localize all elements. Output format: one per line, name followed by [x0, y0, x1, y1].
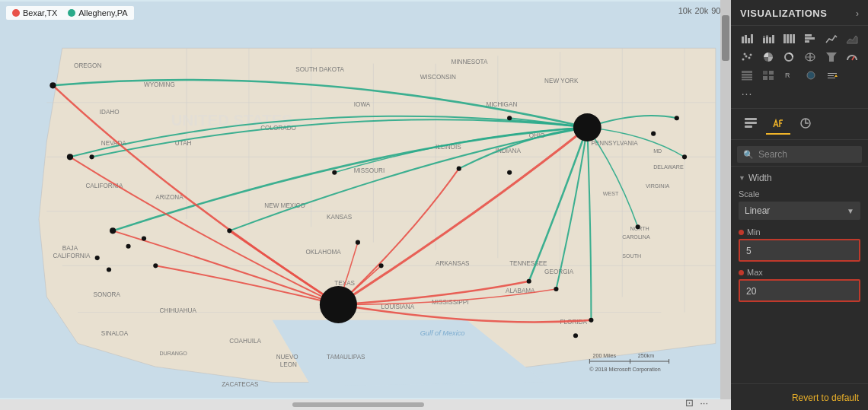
viz-map-icon[interactable]	[800, 49, 820, 65]
svg-point-67	[89, 154, 94, 159]
svg-rect-109	[787, 34, 789, 43]
svg-point-119	[749, 54, 752, 56]
tab-format[interactable]	[766, 113, 790, 135]
section-header-width[interactable]: ▼ Width	[739, 173, 860, 183]
search-input[interactable]	[758, 149, 856, 160]
max-input-wrapper	[739, 279, 860, 302]
legend-dot-allegheny	[68, 9, 75, 17]
min-input-wrapper	[739, 239, 860, 262]
svg-rect-99	[745, 35, 747, 43]
viz-table-icon[interactable]	[737, 67, 757, 84]
svg-text:OREGON: OREGON	[74, 62, 101, 69]
panel-header: VISUALIZATIONS ›	[731, 0, 868, 26]
viz-scatter-icon[interactable]	[737, 49, 757, 65]
viz-kpi-icon[interactable]	[822, 67, 842, 84]
right-panel: VISUALIZATIONS ›	[731, 0, 868, 410]
svg-point-83	[589, 318, 593, 323]
scale-select[interactable]: Linear Logarithmic Square root	[739, 202, 860, 220]
svg-point-70	[142, 237, 146, 241]
scale-select-wrapper: Linear Logarithmic Square root ▼	[739, 202, 860, 220]
min-label-row: Min	[739, 227, 860, 237]
legend-allegheny: Allegheny,PA	[68, 8, 127, 17]
viz-bar-icon[interactable]	[737, 30, 757, 47]
min-dot	[739, 230, 744, 235]
svg-text:WEST: WEST	[603, 191, 619, 197]
viz-stacked-bar-icon[interactable]	[758, 30, 778, 47]
svg-point-115	[742, 59, 744, 61]
svg-rect-102	[763, 38, 765, 43]
viz-donut-icon[interactable]	[779, 49, 799, 65]
svg-rect-114	[805, 40, 809, 43]
viz-100bar-icon[interactable]	[779, 30, 799, 47]
svg-text:WISCONSIN: WISCONSIN	[420, 74, 456, 81]
svg-text:CALIFORNIA: CALIFORNIA	[53, 253, 91, 259]
viz-gauge-icon[interactable]	[842, 49, 862, 65]
min-input[interactable]	[746, 246, 853, 256]
svg-text:ZACATECAS: ZACATECAS	[222, 381, 259, 388]
svg-rect-105	[766, 35, 768, 37]
expand-icon[interactable]: ⊡	[685, 397, 694, 408]
map-vscroll[interactable]	[720, 0, 731, 410]
svg-rect-136	[828, 75, 834, 76]
svg-rect-103	[763, 36, 765, 38]
viz-hbar-icon[interactable]	[800, 30, 820, 47]
map-bottom-bar: ⊡ ···	[0, 399, 731, 410]
viz-line-icon[interactable]	[822, 30, 841, 47]
viz-row-2	[737, 49, 862, 65]
svg-text:250km: 250km	[638, 353, 654, 359]
svg-point-65	[49, 82, 56, 88]
svg-rect-101	[751, 34, 753, 43]
svg-rect-111	[793, 34, 795, 43]
viz-card-icon[interactable]: R	[780, 67, 799, 84]
svg-text:MD: MD	[653, 148, 662, 154]
svg-rect-106	[769, 37, 771, 43]
tab-icons-row	[731, 109, 868, 140]
viz-pie-icon[interactable]	[758, 49, 778, 65]
max-input[interactable]	[746, 286, 853, 297]
search-container: 🔍	[731, 140, 868, 167]
tab-analytics[interactable]	[793, 113, 818, 135]
revert-to-default-button[interactable]: Revert to default	[792, 393, 859, 403]
svg-point-72	[95, 256, 100, 260]
svg-rect-129	[763, 71, 767, 75]
svg-point-85	[636, 224, 640, 229]
more-icon[interactable]: ···	[700, 397, 708, 408]
viz-funnel-icon[interactable]	[822, 49, 841, 65]
search-box: 🔍	[737, 146, 862, 163]
svg-text:NUEVO: NUEVO	[276, 354, 298, 361]
width-section: ▼ Width Scale Linear Logarithmic Square …	[731, 167, 868, 383]
viz-globe-icon[interactable]	[801, 67, 821, 84]
svg-text:BAJA: BAJA	[62, 245, 78, 252]
svg-rect-131	[763, 76, 767, 80]
svg-text:ALABAMA: ALABAMA	[506, 288, 535, 294]
svg-marker-138	[834, 75, 838, 77]
scale-20k: 20k	[695, 6, 709, 15]
svg-point-134	[807, 72, 815, 79]
map-svg: OREGON IDAHO WYOMING NEVADA UTAH COLORAD…	[0, 0, 720, 399]
svg-rect-128	[742, 79, 752, 81]
panel-expand-icon[interactable]: ›	[856, 8, 859, 19]
svg-point-90	[507, 170, 512, 175]
svg-rect-140	[745, 122, 757, 124]
svg-rect-98	[742, 37, 744, 43]
viz-matrix-icon[interactable]	[758, 67, 778, 84]
search-icon: 🔍	[743, 150, 754, 160]
viz-area-icon[interactable]	[842, 30, 862, 47]
map-vscroll-thumb[interactable]	[722, 15, 729, 61]
map-hscroll[interactable]	[292, 402, 424, 407]
legend-label-bexar: Bexar,TX	[23, 8, 57, 17]
svg-point-86	[675, 116, 679, 120]
svg-point-77	[379, 263, 384, 268]
svg-text:© 2018 Microsoft Corporation: © 2018 Microsoft Corporation	[589, 367, 660, 373]
svg-point-75	[332, 170, 337, 175]
svg-point-84	[573, 333, 578, 338]
max-label-text: Max	[747, 268, 763, 277]
svg-rect-107	[772, 35, 774, 43]
tab-fields[interactable]	[739, 113, 763, 135]
legend-dot-bexar	[12, 9, 20, 17]
viz-more-icon[interactable]: ···	[737, 85, 757, 102]
svg-point-66	[67, 154, 73, 160]
svg-point-89	[507, 116, 512, 120]
svg-text:COAHUILA: COAHUILA	[229, 338, 261, 345]
svg-text:TENNESSEE: TENNESSEE	[509, 260, 547, 267]
